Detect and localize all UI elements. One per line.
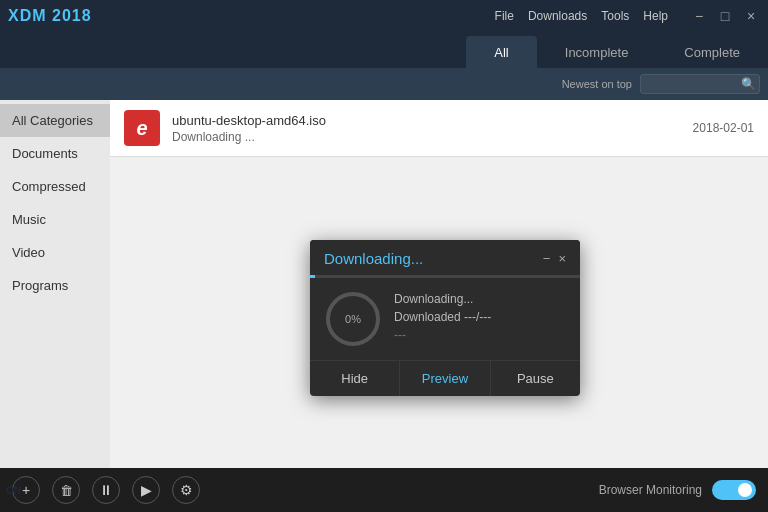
download-date: 2018-02-01: [693, 121, 754, 135]
sidebar: All Categories Documents Compressed Musi…: [0, 100, 110, 468]
dialog-info: Downloading... Downloaded ---/--- ---: [394, 292, 564, 342]
search-input[interactable]: [647, 77, 737, 91]
toggle-knob: [738, 483, 752, 497]
bottom-bar: + 🗑 ⏸ ▶ ⚙ Browser Monitoring ON: [0, 468, 768, 512]
search-box[interactable]: 🔍: [640, 74, 760, 94]
sidebar-item-programs[interactable]: Programs: [0, 269, 110, 302]
menu-tools[interactable]: Tools: [601, 9, 629, 23]
tabs-row: All Incomplete Complete: [0, 32, 768, 68]
window-controls: − □ ×: [690, 9, 760, 23]
progress-percent: 0%: [345, 313, 361, 325]
toolbar-row: Newest on top 🔍: [0, 68, 768, 100]
delete-button[interactable]: 🗑: [52, 476, 80, 504]
title-bar-right: File Downloads Tools Help − □ ×: [495, 9, 760, 23]
pause-button[interactable]: ⏸: [92, 476, 120, 504]
resume-button[interactable]: ▶: [132, 476, 160, 504]
browser-monitoring-toggle[interactable]: ON: [712, 480, 756, 500]
dialog-preview-button[interactable]: Preview: [400, 361, 490, 396]
dialog-close-button[interactable]: ×: [558, 251, 566, 266]
sidebar-item-documents[interactable]: Documents: [0, 137, 110, 170]
settings-button[interactable]: ⚙: [172, 476, 200, 504]
browser-monitoring-label: Browser Monitoring: [599, 483, 702, 497]
dialog-header: Downloading... − ×: [310, 240, 580, 267]
download-item[interactable]: e ubuntu-desktop-amd64.iso Downloading .…: [110, 100, 768, 157]
dialog-controls: − ×: [543, 251, 566, 266]
download-info: ubuntu-desktop-amd64.iso Downloading ...: [172, 113, 681, 144]
sidebar-item-all-categories[interactable]: All Categories: [0, 104, 110, 137]
dialog-pause-button[interactable]: Pause: [491, 361, 580, 396]
dialog-hide-button[interactable]: Hide: [310, 361, 400, 396]
close-button[interactable]: ×: [742, 9, 760, 23]
sidebar-item-compressed[interactable]: Compressed: [0, 170, 110, 203]
toggle-on-label: ON: [6, 485, 21, 496]
menu-help[interactable]: Help: [643, 9, 668, 23]
dialog-body: 0% Downloading... Downloaded ---/--- ---: [310, 278, 580, 360]
dialog-info-downloaded: Downloaded ---/---: [394, 310, 564, 324]
tab-incomplete[interactable]: Incomplete: [537, 36, 657, 68]
maximize-button[interactable]: □: [716, 9, 734, 23]
download-status: Downloading ...: [172, 130, 681, 144]
dialog-info-downloading: Downloading...: [394, 292, 564, 306]
tab-complete[interactable]: Complete: [656, 36, 768, 68]
downloading-dialog: Downloading... − × 0% Downloading... Dow…: [310, 240, 580, 396]
sidebar-item-video[interactable]: Video: [0, 236, 110, 269]
newest-label: Newest on top: [562, 78, 632, 90]
bottom-right: Browser Monitoring ON: [599, 480, 756, 500]
download-file-icon: e: [124, 110, 160, 146]
main-content: All Categories Documents Compressed Musi…: [0, 100, 768, 468]
menu-bar: File Downloads Tools Help: [495, 9, 668, 23]
dialog-footer: Hide Preview Pause: [310, 360, 580, 396]
minimize-button[interactable]: −: [690, 9, 708, 23]
sidebar-item-music[interactable]: Music: [0, 203, 110, 236]
dialog-minimize-button[interactable]: −: [543, 251, 551, 266]
dialog-title: Downloading...: [324, 250, 423, 267]
circle-progress: 0%: [326, 292, 380, 346]
download-filename: ubuntu-desktop-amd64.iso: [172, 113, 681, 128]
menu-downloads[interactable]: Downloads: [528, 9, 587, 23]
dialog-info-extra: ---: [394, 328, 564, 342]
title-bar: XDM 2018 File Downloads Tools Help − □ ×: [0, 0, 768, 32]
app-title: XDM 2018: [8, 7, 92, 25]
menu-file[interactable]: File: [495, 9, 514, 23]
tab-all[interactable]: All: [466, 36, 536, 68]
bottom-left-icons: + 🗑 ⏸ ▶ ⚙: [12, 476, 200, 504]
search-icon: 🔍: [741, 77, 756, 91]
download-area: e ubuntu-desktop-amd64.iso Downloading .…: [110, 100, 768, 468]
